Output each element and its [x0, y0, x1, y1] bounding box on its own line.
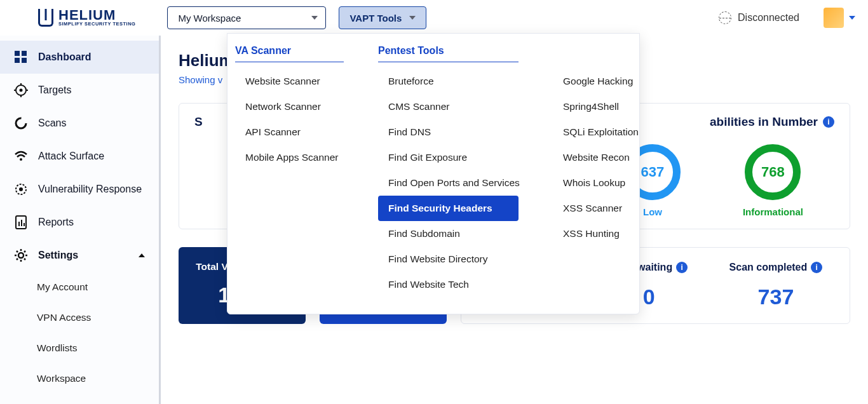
mega-head-blank — [553, 45, 642, 62]
sidebar-sub-label: Wordlists — [37, 342, 77, 354]
scan-icon — [14, 116, 28, 130]
sidebar-sub-label: Workspace — [37, 373, 86, 384]
mega-col-va: VA Scanner Website ScannerNetwork Scanne… — [227, 45, 351, 297]
svg-rect-16 — [21, 220, 22, 226]
mega-item-find-dns[interactable]: Find DNS — [378, 119, 519, 145]
mega-item-sqli-exploitation[interactable]: SQLi Exploitation — [553, 119, 642, 145]
mega-item-mobile-apps-scanner[interactable]: Mobile Apps Scanner — [235, 145, 344, 170]
sidebar: Dashboard Targets Scans Attack Surface V… — [0, 36, 159, 404]
sidebar-item-attack-surface[interactable]: Attack Surface — [0, 140, 159, 173]
svg-rect-0 — [15, 51, 20, 56]
svg-point-11 — [20, 158, 22, 161]
workspace-select[interactable]: My Workspace — [167, 6, 326, 29]
info-icon[interactable]: i — [823, 116, 834, 128]
svg-line-24 — [24, 259, 25, 260]
donut-info-value: 768 — [745, 144, 801, 200]
logo-tagline: SIMPLIFY SECURITY TESTING — [58, 22, 135, 26]
mega-item-cms-scanner[interactable]: CMS Scanner — [378, 94, 519, 119]
mega-head-va: VA Scanner — [235, 45, 344, 62]
wifi-icon — [14, 149, 28, 163]
svg-rect-2 — [15, 58, 20, 63]
logo[interactable]: HELIUM SIMPLIFY SECURITY TESTING — [38, 9, 135, 27]
sidebar-item-label: Settings — [38, 250, 78, 261]
mega-item-api-scanner[interactable]: API Scanner — [235, 119, 344, 145]
mega-item-find-open-ports-and-services[interactable]: Find Open Ports and Services — [378, 170, 519, 196]
sidebar-item-label: Reports — [38, 217, 74, 228]
mega-item-bruteforce[interactable]: Bruteforce — [378, 69, 519, 94]
scan-completed-value: 737 — [729, 285, 823, 309]
sidebar-sub-label: My Account — [37, 281, 88, 293]
svg-point-10 — [16, 118, 26, 128]
sidebar-item-label: Scans — [38, 118, 66, 129]
mega-item-xss-hunting[interactable]: XSS Hunting — [553, 221, 642, 246]
mega-item-google-hacking[interactable]: Google Hacking — [553, 69, 642, 94]
topbar: HELIUM SIMPLIFY SECURITY TESTING My Work… — [0, 0, 868, 36]
svg-rect-15 — [18, 222, 20, 226]
tools-btn-label: VAPT Tools — [349, 13, 402, 24]
mega-item-website-recon[interactable]: Website Recon — [553, 145, 642, 170]
vapt-tools-button[interactable]: VAPT Tools — [339, 6, 426, 29]
mega-item-find-website-tech[interactable]: Find Website Tech — [378, 272, 519, 297]
sidebar-sub-label: VPN Access — [37, 312, 91, 323]
scan-completed: Scan completedi 737 — [729, 262, 823, 309]
gear-icon — [14, 248, 28, 262]
scan-completed-label: Scan completed — [729, 262, 808, 273]
sidebar-item-label: Attack Surface — [38, 151, 104, 162]
chevron-up-icon — [139, 253, 145, 257]
sidebar-sub-wordlists[interactable]: Wordlists — [0, 333, 159, 363]
info-icon[interactable]: i — [676, 262, 688, 273]
mega-col-pt3: Google HackingSpring4ShellSQLi Exploitat… — [545, 45, 650, 297]
sidebar-item-dashboard[interactable]: Dashboard — [0, 41, 159, 74]
mega-item-spring4shell[interactable]: Spring4Shell — [553, 94, 642, 119]
vuln-card-title: abilities in Number — [710, 115, 818, 129]
sidebar-sub-my-account[interactable]: My Account — [0, 272, 159, 302]
report-icon — [14, 215, 28, 229]
svg-rect-17 — [24, 223, 25, 226]
svg-point-5 — [20, 89, 23, 92]
mega-item-network-scanner[interactable]: Network Scanner — [235, 94, 344, 119]
mega-item-find-security-headers[interactable]: Find Security Headers — [378, 196, 519, 221]
mega-col-pt2: Pentest Tools BruteforceCMS ScannerFind … — [370, 45, 526, 297]
severity-card-title: S — [194, 115, 203, 129]
bug-icon — [14, 182, 28, 196]
connection-status-text: Disconnected — [738, 12, 799, 24]
mega-item-find-git-exposure[interactable]: Find Git Exposure — [378, 145, 519, 170]
svg-line-26 — [24, 251, 25, 252]
sidebar-sub-workspace[interactable]: Workspace — [0, 363, 159, 394]
workspace-selected: My Workspace — [178, 13, 241, 24]
sidebar-item-targets[interactable]: Targets — [0, 74, 159, 107]
sidebar-item-label: Vulnerability Response — [38, 184, 142, 195]
svg-line-23 — [17, 251, 18, 252]
mega-item-whois-lookup[interactable]: Whois Lookup — [553, 170, 642, 196]
svg-rect-3 — [22, 58, 27, 63]
svg-point-18 — [18, 253, 24, 258]
sidebar-sub-vpn-access[interactable]: VPN Access — [0, 302, 159, 333]
mega-item-find-website-directory[interactable]: Find Website Directory — [378, 246, 519, 272]
sidebar-item-vuln-response[interactable]: Vulnerability Response — [0, 173, 159, 206]
donut-info-label: Informational — [743, 206, 803, 217]
sidebar-item-scans[interactable]: Scans — [0, 107, 159, 140]
vapt-mega-menu: VA Scanner Website ScannerNetwork Scanne… — [227, 33, 640, 314]
info-icon[interactable]: i — [811, 262, 822, 273]
user-menu[interactable] — [824, 8, 855, 28]
sidebar-item-reports[interactable]: Reports — [0, 206, 159, 239]
donut-informational: 768 Informational — [743, 144, 803, 217]
connection-status: Disconnected — [719, 11, 799, 24]
mega-item-website-scanner[interactable]: Website Scanner — [235, 69, 344, 94]
globe-icon — [719, 11, 731, 24]
chevron-down-icon — [311, 16, 318, 20]
sidebar-item-label: Targets — [38, 84, 71, 96]
mega-item-xss-scanner[interactable]: XSS Scanner — [553, 196, 642, 221]
svg-point-13 — [19, 187, 23, 191]
logo-shield-icon — [38, 9, 53, 27]
mega-head-pt: Pentest Tools — [378, 45, 519, 62]
svg-line-25 — [17, 259, 18, 260]
dashboard-icon — [14, 50, 28, 64]
chevron-down-icon — [409, 16, 416, 20]
sidebar-item-label: Dashboard — [38, 51, 92, 63]
mega-item-find-subdomain[interactable]: Find Subdomain — [378, 221, 519, 246]
svg-rect-1 — [22, 51, 27, 56]
chevron-down-icon — [849, 16, 855, 20]
sidebar-item-settings[interactable]: Settings — [0, 239, 159, 272]
avatar — [824, 8, 844, 28]
